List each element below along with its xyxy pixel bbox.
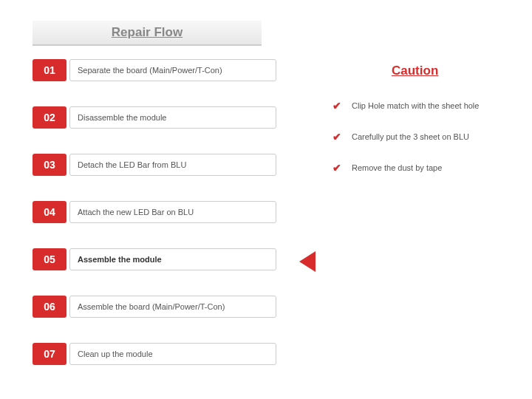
step-text: Assemble the module <box>69 248 276 270</box>
step-row: 06Assemble the board (Main/Power/T-Con) <box>33 296 284 318</box>
active-step-arrow-icon <box>299 251 316 272</box>
step-text: Separate the board (Main/Power/T-Con) <box>69 59 276 81</box>
caution-list: ✔Clip Hole match with the sheet hole✔Car… <box>332 100 517 194</box>
step-text: Detach the LED Bar from BLU <box>69 154 276 176</box>
step-number: 06 <box>33 296 66 318</box>
step-number: 01 <box>33 59 66 81</box>
step-list: 01Separate the board (Main/Power/T-Con)0… <box>33 59 284 390</box>
check-icon: ✔ <box>332 100 341 111</box>
caution-text: Carefully put the 3 sheet on BLU <box>352 132 469 142</box>
caution-text: Remove the dust by tape <box>352 163 442 173</box>
step-row: 05Assemble the module <box>33 248 284 270</box>
step-text: Disassemble the module <box>69 106 276 129</box>
step-text: Assemble the board (Main/Power/T-Con) <box>69 296 276 318</box>
check-icon: ✔ <box>332 132 341 142</box>
step-row: 03Detach the LED Bar from BLU <box>33 154 284 176</box>
step-row: 02Disassemble the module <box>33 106 284 129</box>
step-row: 01Separate the board (Main/Power/T-Con) <box>33 59 284 81</box>
step-text: Attach the new LED Bar on BLU <box>69 201 276 223</box>
step-text: Clean up the module <box>69 343 276 365</box>
step-number: 07 <box>33 343 66 365</box>
step-number: 05 <box>33 248 66 270</box>
step-row: 04Attach the new LED Bar on BLU <box>33 201 284 223</box>
caution-item: ✔Clip Hole match with the sheet hole <box>332 100 517 111</box>
check-icon: ✔ <box>332 163 341 173</box>
caution-item: ✔Carefully put the 3 sheet on BLU <box>332 132 517 142</box>
step-number: 02 <box>33 106 66 129</box>
page-title: Repair Flow <box>33 21 262 46</box>
caution-title: Caution <box>392 64 438 78</box>
step-number: 04 <box>33 201 66 223</box>
caution-item: ✔Remove the dust by tape <box>332 163 517 173</box>
caution-text: Clip Hole match with the sheet hole <box>352 100 479 111</box>
step-row: 07Clean up the module <box>33 343 284 365</box>
step-number: 03 <box>33 154 66 176</box>
